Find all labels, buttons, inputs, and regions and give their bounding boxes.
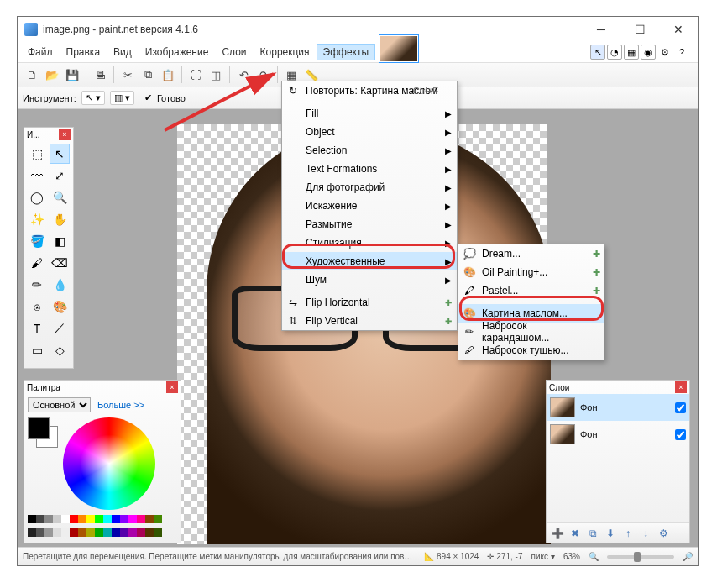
status-units[interactable]: пикс ▾ (531, 552, 555, 561)
tool-shapes[interactable]: ◇ (50, 340, 70, 360)
effects-fill[interactable]: Fill▶ (282, 104, 457, 123)
menu-layers[interactable]: Слои (215, 44, 253, 60)
layer-row[interactable]: Фон (547, 394, 689, 421)
layer-add-icon[interactable]: ➕ (550, 526, 565, 541)
effects-menu: ↻ Повторить: Картина маслом Ctrl+F Fill▶… (281, 81, 458, 331)
new-icon[interactable]: 🗋 (23, 66, 41, 84)
layer-visible-checkbox[interactable] (675, 429, 686, 440)
status-dims: 📐 894 × 1024 (424, 552, 479, 561)
effects-text-formations[interactable]: Text Formations▶ (282, 160, 457, 178)
tool-eraser[interactable]: ⌫ (50, 253, 70, 273)
layer-down-icon[interactable]: ↓ (638, 526, 653, 541)
effects-object[interactable]: Object▶ (282, 123, 457, 141)
tool-text[interactable]: T (27, 318, 47, 339)
tool-selector[interactable]: ↖ ▾ (81, 91, 105, 105)
tool-line[interactable]: ／ (50, 318, 70, 339)
layers-toggle-icon[interactable]: ▦ (624, 45, 639, 60)
history-toggle-icon[interactable]: ◔ (607, 45, 622, 60)
effects-stylize[interactable]: Стилизация▶ (282, 234, 457, 252)
tool-picker[interactable]: 💧 (50, 275, 70, 295)
palette-dropdown[interactable]: Основной (28, 397, 91, 412)
layer-merge-icon[interactable]: ⬇ (603, 526, 618, 541)
cut-icon[interactable]: ✂ (118, 66, 137, 84)
tool-move[interactable]: ↖ (50, 144, 70, 164)
effects-distort[interactable]: Искажение▶ (282, 197, 457, 215)
layer-row[interactable]: Фон (547, 421, 689, 448)
maximize-button[interactable]: ☐ (620, 17, 659, 42)
layer-props-icon[interactable]: ⚙ (656, 526, 671, 541)
effects-noise[interactable]: Шум▶ (282, 270, 457, 289)
tool-lasso[interactable]: 〰 (27, 165, 47, 186)
palette-panel: Палитра × Основной Больше >> (24, 380, 181, 543)
colors-toggle-icon[interactable]: ◉ (641, 45, 656, 60)
tool-ellipse-select[interactable]: ◯ (27, 187, 47, 207)
status-cursor: ✛ 271, -7 (487, 552, 522, 561)
menu-view[interactable]: Вид (107, 44, 139, 60)
help-icon[interactable]: ? (674, 45, 689, 60)
tool-zoom[interactable]: 🔍 (50, 187, 70, 207)
tool-rect[interactable]: ▭ (27, 340, 47, 360)
menu-edit[interactable]: Правка (60, 44, 107, 60)
effects-blur[interactable]: Размытие▶ (282, 215, 457, 234)
artistic-pastel[interactable]: 🖍Pastel...✚ (458, 281, 604, 300)
menu-image[interactable]: Изображение (139, 44, 216, 60)
dream-icon: 💭 (463, 247, 476, 260)
app-window: image.png - paint.net версия 4.1.6 ─ ☐ ✕… (17, 16, 699, 566)
pastel-icon: 🖍 (463, 284, 476, 297)
flip-h-icon: ⇋ (286, 296, 300, 309)
tool-move-selection[interactable]: ⤢ (50, 165, 70, 186)
color-wheel[interactable] (63, 417, 155, 510)
status-zoom[interactable]: 63% (563, 552, 580, 561)
menu-effects[interactable]: Эффекты (317, 44, 376, 60)
palette-swatches-2[interactable] (28, 528, 177, 537)
layer-duplicate-icon[interactable]: ⧉ (585, 526, 600, 541)
pencil-icon: ✏ (463, 325, 476, 339)
color-swatch[interactable] (28, 417, 58, 448)
layer-up-icon[interactable]: ↑ (620, 526, 636, 541)
tool-magic-wand[interactable]: ✨ (27, 209, 47, 229)
minimize-button[interactable]: ─ (582, 17, 620, 42)
artistic-dream[interactable]: 💭Dream...✚ (458, 244, 604, 263)
effects-selection[interactable]: Selection▶ (282, 141, 457, 160)
tool-clone[interactable]: ⍟ (27, 297, 47, 317)
palette-panel-close[interactable]: × (166, 381, 178, 393)
effects-flip-h[interactable]: ⇋Flip Horizontal✚ (282, 293, 457, 312)
checkmark-icon: ✔ (144, 92, 152, 103)
tool-fill[interactable]: 🪣 (27, 231, 47, 251)
tools-panel-title: И... (27, 130, 40, 139)
tool-pencil[interactable]: ✏ (27, 275, 47, 295)
tool-brush[interactable]: 🖌 (27, 253, 47, 273)
copy-icon[interactable]: ⧉ (139, 66, 157, 84)
artistic-ink-sketch[interactable]: 🖋Набросок тушью... (458, 341, 604, 360)
palette-more-link[interactable]: Больше >> (97, 400, 144, 410)
palette-swatches[interactable] (28, 515, 177, 523)
layers-panel-close[interactable]: × (675, 381, 687, 393)
tools-panel-close[interactable]: × (59, 129, 71, 140)
print-icon[interactable]: 🖶 (91, 66, 109, 84)
layer-visible-checkbox[interactable] (675, 402, 686, 413)
tool-pan[interactable]: ✋ (50, 209, 70, 229)
close-button[interactable]: ✕ (659, 17, 698, 42)
effects-repeat[interactable]: ↻ Повторить: Картина маслом Ctrl+F (282, 81, 457, 100)
document-thumbnail[interactable] (379, 34, 419, 63)
artistic-oil-plus[interactable]: 🎨Oil Painting+...✚ (458, 263, 604, 281)
tools-toggle-icon[interactable]: ↖ (590, 45, 605, 60)
layer-delete-icon[interactable]: ✖ (568, 526, 583, 541)
tool-gradient[interactable]: ◧ (50, 231, 70, 251)
settings-icon[interactable]: ⚙ (657, 45, 673, 60)
tool-option[interactable]: ▥ ▾ (110, 91, 134, 105)
open-icon[interactable]: 📂 (43, 66, 61, 84)
menu-adjustments[interactable]: Коррекция (254, 44, 317, 60)
zoom-in-icon[interactable]: 🔎 (683, 552, 693, 561)
tool-rect-select[interactable]: ⬚ (27, 144, 47, 164)
effects-flip-v[interactable]: ⇅Flip Vertical✚ (282, 312, 457, 330)
artistic-pencil-sketch[interactable]: ✏Набросок карандашом... (458, 323, 604, 341)
menu-file[interactable]: Файл (21, 44, 60, 60)
zoom-out-icon[interactable]: 🔍 (589, 552, 599, 561)
save-icon[interactable]: 💾 (63, 66, 81, 84)
artistic-submenu: 💭Dream...✚ 🎨Oil Painting+...✚ 🖍Pastel...… (458, 244, 604, 360)
tool-recolor[interactable]: 🎨 (50, 297, 70, 317)
effects-photos[interactable]: Для фотографий▶ (282, 178, 457, 197)
effects-artistic[interactable]: Художественные▶ (282, 252, 457, 270)
zoom-slider[interactable] (607, 555, 674, 559)
